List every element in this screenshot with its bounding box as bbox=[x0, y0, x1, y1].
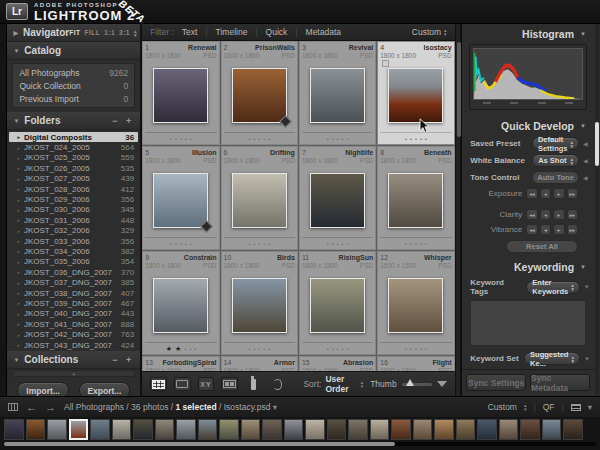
disclosure-triangle-icon[interactable]: ▸ bbox=[17, 248, 20, 254]
filmstrip-thumbnail[interactable] bbox=[542, 419, 562, 440]
folder-item[interactable]: ▸JKOST_026_2005535 bbox=[7, 163, 140, 173]
folder-item[interactable]: ▸JKOST_035_2006354 bbox=[7, 257, 140, 267]
photo-thumbnail[interactable] bbox=[153, 173, 208, 228]
rating-dot-icon[interactable]: • bbox=[425, 136, 427, 142]
rating-dot-icon[interactable]: • bbox=[180, 241, 182, 247]
rating-dot-icon[interactable]: • bbox=[258, 241, 260, 247]
disclosure-triangle-icon[interactable]: ▸ bbox=[17, 145, 20, 151]
histogram-header[interactable]: Histogram ▼ bbox=[462, 24, 594, 43]
back-arrow-icon[interactable]: ← bbox=[26, 402, 37, 413]
rating-dot-icon[interactable]: • bbox=[268, 136, 270, 142]
saved-preset-dropdown[interactable]: Default Settings ▴▾ bbox=[532, 137, 579, 150]
catalog-header[interactable]: ▼ Catalog bbox=[7, 42, 140, 60]
rating-row[interactable]: ••••• bbox=[380, 237, 451, 250]
rating-dot-icon[interactable]: • bbox=[248, 346, 250, 352]
rating-row[interactable]: ••••• bbox=[380, 132, 451, 145]
rating-dot-icon[interactable]: • bbox=[410, 241, 412, 247]
rating-dot-icon[interactable]: • bbox=[332, 136, 334, 142]
sync-metadata-button[interactable]: Sync Metadata bbox=[530, 374, 590, 391]
filmstrip-filter-preset[interactable]: Custom bbox=[488, 402, 517, 412]
rating-dot-icon[interactable]: • bbox=[410, 136, 412, 142]
folder-item[interactable]: ▸JKOST_024_2005564 bbox=[7, 142, 140, 152]
photo-thumbnail[interactable] bbox=[388, 68, 443, 123]
rating-dot-icon[interactable]: • bbox=[263, 346, 265, 352]
grid-cell[interactable]: 5Illusion1800 x 1800PSD••••• bbox=[142, 146, 219, 250]
grid-cell[interactable]: 2PrisonWalls1800 x 1800PSD••••• bbox=[221, 41, 298, 145]
collections-header[interactable]: ▼ Collections − + bbox=[7, 351, 140, 369]
rating-dot-icon[interactable]: • bbox=[253, 136, 255, 142]
rating-dot-icon[interactable]: • bbox=[342, 346, 344, 352]
rating-dot-icon[interactable]: • bbox=[253, 346, 255, 352]
rating-dot-icon[interactable]: • bbox=[248, 241, 250, 247]
photo-thumbnail[interactable] bbox=[232, 173, 287, 228]
photo-thumbnail[interactable] bbox=[310, 173, 365, 228]
filmstrip-thumbnail[interactable] bbox=[391, 419, 411, 440]
rating-dot-icon[interactable]: • bbox=[415, 136, 417, 142]
rating-dot-icon[interactable]: • bbox=[248, 136, 250, 142]
photo-thumbnail[interactable] bbox=[153, 278, 208, 333]
rating-dot-icon[interactable]: • bbox=[346, 241, 348, 247]
filmstrip-thumbnail[interactable] bbox=[4, 419, 24, 440]
section-toggle-icon[interactable]: ▼ bbox=[584, 356, 590, 362]
right-panel-scrollbar[interactable] bbox=[595, 24, 599, 396]
filmstrip-thumbnail[interactable] bbox=[198, 419, 218, 440]
flag-icon[interactable] bbox=[382, 60, 389, 67]
rating-dot-icon[interactable]: • bbox=[180, 136, 182, 142]
rating-dot-icon[interactable]: • bbox=[175, 136, 177, 142]
decrease-button[interactable]: ◂ bbox=[540, 224, 551, 235]
disclosure-triangle-icon[interactable]: ▸ bbox=[17, 238, 20, 244]
filmstrip-thumbnail[interactable] bbox=[47, 419, 67, 440]
folder-item[interactable]: ▸JKOST_041_DNG_2007888 bbox=[7, 319, 140, 329]
rating-dot-icon[interactable]: • bbox=[405, 136, 407, 142]
filmstrip-thumbnail[interactable] bbox=[112, 419, 132, 440]
rating-row[interactable]: ••••• bbox=[224, 132, 295, 145]
rating-row[interactable]: ••••• bbox=[145, 132, 216, 145]
filmstrip-thumbnail[interactable] bbox=[241, 419, 261, 440]
folder-item[interactable]: ▸JKOST_029_2006356 bbox=[7, 194, 140, 204]
filmstrip-thumbnail[interactable] bbox=[133, 419, 153, 440]
rating-dot-icon[interactable]: • bbox=[332, 346, 334, 352]
folder-item[interactable]: ▸Digital Composits36 bbox=[9, 132, 138, 142]
loupe-view-button[interactable] bbox=[174, 377, 191, 391]
section-toggle-icon[interactable]: ◀ bbox=[583, 157, 590, 164]
rotate-icon[interactable] bbox=[273, 379, 282, 390]
rating-dot-icon[interactable]: • bbox=[327, 136, 329, 142]
rating-dot-icon[interactable]: • bbox=[185, 136, 187, 142]
keyword-set-dropdown[interactable]: Suggested Ke... ▴▾ bbox=[524, 352, 580, 365]
rating-dot-icon[interactable]: • bbox=[346, 346, 348, 352]
filmstrip-scrollbar-thumb[interactable] bbox=[4, 442, 395, 446]
breadcrumb[interactable]: All Photographs / 36 photos / 1 selected… bbox=[64, 402, 277, 412]
increase-button[interactable]: ▸ bbox=[553, 224, 564, 235]
increase-large-button[interactable]: ▸▸ bbox=[567, 188, 578, 199]
filmstrip-thumbnail[interactable] bbox=[219, 419, 239, 440]
reset-all-button[interactable]: Reset All bbox=[506, 240, 578, 253]
toolbar-options-icon[interactable] bbox=[437, 381, 447, 387]
rating-row[interactable]: ••••• bbox=[380, 342, 451, 355]
disclosure-triangle-icon[interactable]: ▸ bbox=[17, 300, 20, 306]
section-toggle-icon[interactable]: ◀ bbox=[583, 174, 590, 181]
import-button[interactable]: Import... bbox=[17, 382, 68, 396]
folder-item[interactable]: ▸JKOST_032_2006329 bbox=[7, 226, 140, 236]
disclosure-triangle-icon[interactable]: ▸ bbox=[17, 259, 20, 265]
rating-dot-icon[interactable]: • bbox=[190, 136, 192, 142]
auto-tone-button[interactable]: Auto Tone bbox=[532, 171, 579, 184]
folder-item[interactable]: ▸JKOST_039_DNG_2007467 bbox=[7, 298, 140, 308]
slider-knob[interactable] bbox=[406, 379, 414, 386]
grid-view-icon[interactable] bbox=[8, 403, 18, 411]
rating-row[interactable]: ★★••• bbox=[145, 342, 216, 355]
decrease-large-button[interactable]: ◂◂ bbox=[526, 209, 537, 220]
folder-item[interactable]: ▸JKOST_031_2006448 bbox=[7, 215, 140, 225]
increase-button[interactable]: ▸ bbox=[553, 209, 564, 220]
rating-dot-icon[interactable]: • bbox=[175, 241, 177, 247]
rating-dot-icon[interactable]: • bbox=[190, 241, 192, 247]
collections-add-remove-icons[interactable]: − + bbox=[112, 355, 134, 365]
compare-view-button[interactable]: XY bbox=[198, 377, 215, 391]
rating-dot-icon[interactable]: • bbox=[346, 136, 348, 142]
zoom-mode-1-1[interactable]: 1:1 bbox=[104, 29, 115, 36]
grid-cell[interactable]: 14Armor1800 x 1800PSD••••• bbox=[221, 356, 298, 371]
rating-dot-icon[interactable]: • bbox=[184, 346, 186, 352]
quick-develop-header[interactable]: Quick Develop ▼ bbox=[462, 116, 594, 135]
breadcrumb-dropdown-icon[interactable]: ▾ bbox=[273, 402, 277, 412]
rating-dot-icon[interactable]: • bbox=[327, 241, 329, 247]
grid-cell[interactable]: 7Nightlife1800 x 1800PSD••••• bbox=[299, 146, 376, 250]
